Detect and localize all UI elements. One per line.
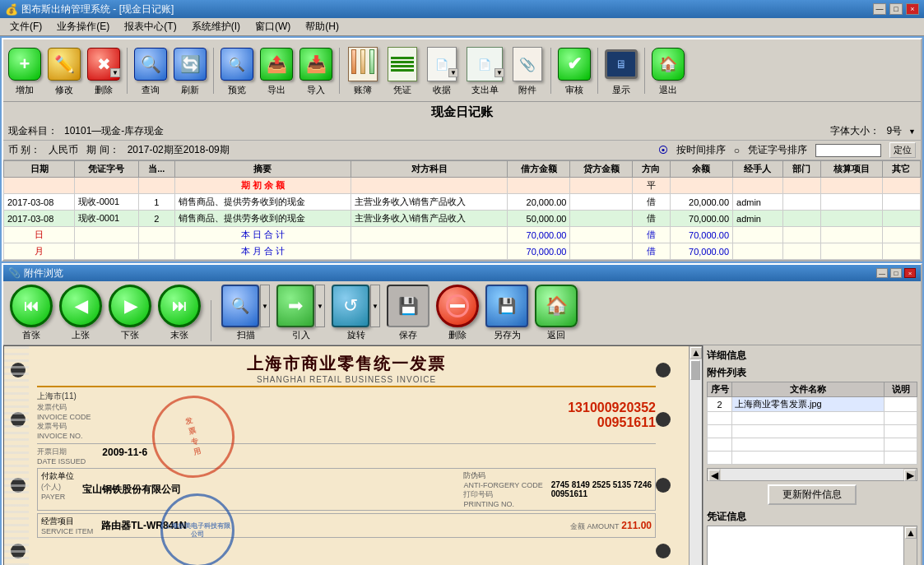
add-label: 增加 [16, 84, 34, 96]
col-date: 日期 [4, 161, 75, 178]
title-bar-left: 💰 图布斯出纳管理系统 - [现金日记账] [5, 2, 174, 16]
cell-seq: 1 [138, 194, 174, 211]
cell-direction: 借 [632, 211, 670, 227]
cell-debit: 70,000.00 [508, 227, 570, 243]
locate-button[interactable]: 定位 [889, 142, 916, 158]
edit-label: 修改 [55, 84, 73, 96]
delete-button[interactable]: ✖ ▼ [86, 44, 122, 84]
menu-maintenance[interactable]: 系统维护(I) [185, 18, 247, 35]
import-btn-group: ➡ ▼ 引入 [276, 285, 325, 341]
scan-label: 扫描 [237, 329, 255, 341]
preview-label: 预览 [228, 84, 246, 96]
attach-minimize[interactable]: — [876, 268, 888, 278]
cell-balance [670, 178, 732, 194]
menu-file[interactable]: 文件(F) [3, 18, 49, 35]
attach-table-row-empty [708, 412, 917, 425]
table-scroll-right[interactable]: ▶ [904, 470, 916, 481]
cell-summary: 销售商品、提供劳务收到的现金 [174, 211, 351, 227]
delete-dropdown[interactable]: ▼ [110, 68, 120, 77]
receipt-dropdown[interactable]: ▼ [448, 68, 458, 77]
cell-other [882, 243, 920, 260]
minimize-btn[interactable]: — [873, 3, 886, 15]
refresh-button[interactable]: 🔄 [172, 44, 208, 84]
invoice-meta: 上海市(11) 发票代码 INVOICE CODE 发票号码 INVOICE N… [37, 391, 656, 440]
menu-report[interactable]: 报表中心(T) [118, 18, 183, 35]
menu-window[interactable]: 窗口(W) [248, 18, 297, 35]
exit-btn-group: 🏠 退出 [650, 44, 686, 96]
punch-hole-r2 [656, 412, 671, 427]
prev-button[interactable]: ◀ [59, 285, 102, 327]
attach-import-button[interactable]: ➡ [276, 285, 314, 327]
scroll-thumb[interactable] [690, 360, 700, 380]
edit-btn-group: ✏️ 修改 [46, 44, 82, 96]
del-button[interactable] [436, 285, 479, 327]
saveas-button[interactable]: 💾 [485, 285, 528, 327]
return-btn-group: 🏠 返回 [535, 285, 578, 341]
sort-by-voucher[interactable]: 凭证字号排序 [748, 143, 807, 157]
attach-close[interactable]: × [904, 268, 916, 278]
sort-by-time[interactable]: 按时间排序 [676, 143, 726, 157]
date-issued-value: 2009-11-6 [102, 447, 147, 465]
payment-dropdown[interactable]: ▼ [495, 68, 504, 77]
update-attach-button[interactable]: 更新附件信息 [768, 484, 857, 505]
table-hscrollbar: ◀ ▶ [707, 468, 917, 481]
account-code: 10101—现金-库存现金 [64, 124, 164, 138]
prev-label: 上张 [72, 329, 90, 341]
ledger-button[interactable] [345, 44, 381, 84]
detail-title: 详细信息 [707, 349, 917, 363]
company-stamp-text: 上海杉美电子科技有限公司 [163, 522, 232, 538]
add-button[interactable]: + [7, 44, 43, 84]
payment-button[interactable]: 📄 ▼ [463, 44, 506, 84]
search-button[interactable]: 🔍 [132, 44, 169, 84]
rotate-dropdown[interactable]: ▼ [370, 285, 380, 327]
return-button[interactable]: 🏠 [535, 285, 578, 327]
audit-button[interactable]: ✔ [556, 44, 592, 84]
scroll-up-btn[interactable]: ▲ [690, 347, 702, 359]
date-issued-label: 开票日期 DATE ISSUED [37, 447, 86, 465]
display-label: 显示 [612, 84, 630, 96]
scan-button[interactable]: 🔍 [221, 285, 259, 327]
attach-restore[interactable]: □ [890, 268, 902, 278]
next-button[interactable]: ▶ [109, 285, 151, 327]
import-button[interactable]: 📥 [298, 44, 334, 84]
export-button[interactable]: 📤 [258, 44, 295, 84]
period-value: 2017-02期至2018-09期 [128, 143, 230, 157]
font-dropdown[interactable]: ▼ [908, 127, 916, 136]
attach-seq: 2 [708, 397, 732, 412]
voucher-button[interactable] [384, 44, 420, 84]
save-button[interactable]: 💾 [387, 285, 429, 327]
display-button[interactable]: 🖥 [603, 44, 639, 84]
restore-btn[interactable]: □ [889, 3, 903, 15]
punch-hole-r1 [656, 363, 671, 377]
menu-help[interactable]: 帮助(H) [299, 18, 346, 35]
rotate-button[interactable]: ↺ [332, 285, 369, 327]
table-row: 日 本 日 合 计 70,000.00 借 70,000.00 [4, 227, 921, 243]
table-scroll-left[interactable]: ◀ [708, 470, 720, 481]
attach-table-row-empty3 [708, 438, 917, 452]
menu-business[interactable]: 业务操作(E) [50, 18, 116, 35]
import-group: ➡ ▼ [276, 285, 325, 327]
last-button[interactable]: ⏭ [158, 285, 201, 327]
payer-value: 宝山钢铁股份有限公司 [82, 483, 181, 497]
col-calc: 核算项目 [820, 161, 882, 178]
edit-button[interactable]: ✏️ [46, 44, 82, 84]
receipt-button[interactable]: 📄 ▼ [424, 44, 460, 84]
cell-subject [351, 178, 508, 194]
cell-subject: 主营业务收入\销售产品收入 [351, 194, 508, 211]
exit-button[interactable]: 🏠 [650, 44, 686, 84]
close-btn[interactable]: × [906, 3, 919, 15]
cell-calc [820, 194, 882, 211]
cert-scroll-up[interactable]: ▲ [905, 527, 917, 539]
attachment-button[interactable]: 📎 [509, 44, 546, 84]
audit-btn-group: ✔ 审核 [556, 44, 592, 96]
receipt-btn-group: 📄 ▼ 收据 [424, 44, 460, 96]
import-dropdown[interactable]: ▼ [315, 285, 325, 327]
first-button[interactable]: ⏮ [10, 285, 53, 327]
scan-dropdown[interactable]: ▼ [260, 285, 270, 327]
cell-seq [138, 178, 174, 194]
title-bar-controls: — □ × [873, 3, 919, 15]
locate-input[interactable] [815, 144, 881, 157]
cell-credit [570, 178, 632, 194]
preview-button[interactable]: 🔍 [219, 44, 255, 84]
cell-voucher [75, 178, 139, 194]
